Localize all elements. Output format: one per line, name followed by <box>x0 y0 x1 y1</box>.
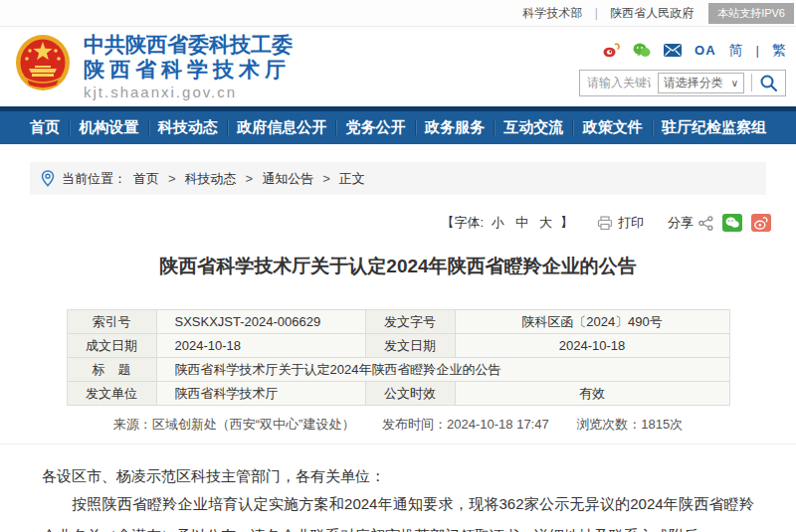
breadcrumb: 当前位置： 首页 > 科技动态 > 通知公告 > 正文 <box>30 162 766 195</box>
national-emblem-logo <box>14 33 72 100</box>
org-title-block: 中共陕西省委科技工委 陕西省科学技术厅 kjt.shaanxi.gov.cn <box>84 32 293 101</box>
quick-links-row: OA 简 | 繁 <box>603 42 786 60</box>
breadcrumb-separator: > <box>168 171 176 186</box>
article-views: 浏览次数：1815次 <box>576 417 683 432</box>
article-controls: 【字体: 小 中 大 】 打印 分享 <box>0 195 796 232</box>
document-meta-table: 索引号 SXSKXJST-2024-006629 发文字号 陕科区函〔2024〕… <box>67 309 730 406</box>
breadcrumb-separator: > <box>322 171 330 186</box>
meta-label-issue-date: 发文日期 <box>365 334 455 358</box>
meta-value-doc-number: 陕科区函〔2024〕490号 <box>455 310 729 334</box>
share-wechat-button[interactable] <box>722 214 742 232</box>
table-row: 发文单位 陕西省科学技术厅 公文时效 有效 <box>67 382 729 406</box>
font-size-small[interactable]: 小 <box>492 214 504 232</box>
article-salutation: 各设区市、杨凌示范区科技主管部门，各有关单位： <box>42 467 754 486</box>
font-size-close: 】 <box>560 214 573 232</box>
nav-item-scitech-news[interactable]: 科技动态 <box>158 118 218 137</box>
link-provincial-gov[interactable]: 陕西省人民政府 <box>610 5 694 22</box>
article-pub-time: 发布时间：2024-10-18 17:47 <box>382 417 549 432</box>
breadcrumb-current: 正文 <box>339 170 365 188</box>
chevron-down-icon: ∨ <box>731 78 738 89</box>
nav-item-org[interactable]: 机构设置 <box>79 118 138 137</box>
nav-item-home[interactable]: 首页 <box>30 118 60 137</box>
nav-separator <box>415 120 416 135</box>
share-button[interactable]: 分享 <box>668 214 694 232</box>
meta-label-doc-number: 发文字号 <box>365 310 455 334</box>
lang-divider: | <box>756 43 759 58</box>
nav-separator <box>227 120 228 135</box>
category-select[interactable]: 请选择分类 ∨ <box>658 73 744 93</box>
share-weibo-button[interactable] <box>751 214 771 232</box>
nav-bar: 首页 机构设置 科技动态 政府信息公开 党务公开 政务服务 互动交流 政策文件 … <box>0 111 796 144</box>
header-right: OA 简 | 繁 请选择分类 ∨ <box>579 38 786 96</box>
article-meta-line: 来源：区域创新处（西安“双中心”建设处） 发布时间：2024-10-18 17:… <box>0 416 796 444</box>
meta-label-issuer: 发文单位 <box>67 382 156 406</box>
nav-item-gov-info[interactable]: 政府信息公开 <box>237 118 326 137</box>
search-icon[interactable] <box>759 74 778 92</box>
print-icon[interactable] <box>597 216 613 231</box>
main-nav: 首页 机构设置 科技动态 政府信息公开 党务公开 政务服务 互动交流 政策文件 … <box>0 106 796 144</box>
nav-separator <box>69 120 70 135</box>
category-selected-value: 请选择分类 <box>664 75 723 91</box>
nav-item-party-affairs[interactable]: 党务公开 <box>346 118 406 137</box>
nav-item-gov-services[interactable]: 政务服务 <box>425 118 485 137</box>
meta-label-written-date: 成文日期 <box>67 334 156 358</box>
location-pin-icon <box>41 170 55 187</box>
font-size-open: 【字体: <box>441 214 484 232</box>
meta-value-written-date: 2024-10-18 <box>156 334 365 358</box>
meta-value-title: 陕西省科学技术厅关于认定2024年陕西省瞪羚企业的公告 <box>156 358 729 382</box>
breadcrumb-label: 当前位置： <box>62 170 126 188</box>
search-input[interactable] <box>580 76 658 89</box>
breadcrumb-separator: > <box>246 171 254 186</box>
table-row: 成文日期 2024-10-18 发文日期 2024-10-18 <box>67 334 729 358</box>
article-source: 来源：区域创新处（西安“双中心”建设处） <box>113 417 355 432</box>
link-most[interactable]: 科学技术部 <box>522 5 582 22</box>
nav-separator <box>148 120 149 135</box>
font-size-medium[interactable]: 中 <box>515 214 528 232</box>
topbar-divider: ｜ <box>590 5 602 22</box>
nav-separator <box>572 120 573 135</box>
search-divider <box>751 74 752 91</box>
meta-value-issue-date: 2024-10-18 <box>455 334 729 358</box>
font-size-large[interactable]: 大 <box>539 214 552 232</box>
print-button[interactable]: 打印 <box>618 214 644 232</box>
meta-value-index: SXSKXJST-2024-006629 <box>156 310 365 334</box>
meta-label-validity: 公文时效 <box>365 382 455 406</box>
meta-value-issuer: 陕西省科学技术厅 <box>156 382 365 406</box>
meta-label-index: 索引号 <box>67 310 156 334</box>
article-title: 陕西省科学技术厅关于认定2024年陕西省瞪羚企业的公告 <box>0 254 796 279</box>
nav-item-policy-docs[interactable]: 政策文件 <box>583 118 643 137</box>
nav-separator <box>494 120 495 135</box>
meta-label-title: 标 题 <box>67 358 156 382</box>
org-name-line1: 中共陕西省委科技工委 <box>84 32 293 57</box>
article-paragraph: 按照陕西省瞪羚企业培育认定实施方案和2024年通知要求，现将362家公示无异议的… <box>42 488 754 532</box>
org-name-line2: 陕西省科学技术厅 <box>84 57 293 82</box>
search-bar: 请选择分类 ∨ <box>579 70 786 96</box>
oa-link[interactable]: OA <box>695 43 716 58</box>
breadcrumb-notices[interactable]: 通知公告 <box>262 170 313 188</box>
nav-item-interaction[interactable]: 互动交流 <box>503 118 563 137</box>
table-row: 索引号 SXSKXJST-2024-006629 发文字号 陕科区函〔2024〕… <box>67 310 729 334</box>
table-row: 标 题 陕西省科学技术厅关于认定2024年陕西省瞪羚企业的公告 <box>67 358 729 382</box>
ipv6-badge: 本站支持IPV6 <box>708 3 794 24</box>
mail-icon[interactable] <box>664 44 682 57</box>
lang-traditional[interactable]: 繁 <box>772 42 786 60</box>
top-utility-bar: 科学技术部 ｜ 陕西省人民政府 本站支持IPV6 <box>0 0 796 27</box>
share-nodes-icon[interactable] <box>698 216 713 231</box>
lang-simplified[interactable]: 简 <box>729 42 743 60</box>
site-header: 中共陕西省委科技工委 陕西省科学技术厅 kjt.shaanxi.gov.cn <box>0 27 796 106</box>
site-url: kjt.shaanxi.gov.cn <box>84 84 293 101</box>
nav-item-discipline-inspection[interactable]: 驻厅纪检监察组 <box>662 118 766 137</box>
nav-separator <box>652 120 653 135</box>
nav-separator <box>335 120 336 135</box>
wechat-icon[interactable] <box>633 43 651 58</box>
breadcrumb-scitech-news[interactable]: 科技动态 <box>185 170 237 188</box>
article-body: 各设区市、杨凌示范区科技主管部门，各有关单位： 按照陕西省瞪羚企业培育认定实施方… <box>0 444 796 532</box>
breadcrumb-home[interactable]: 首页 <box>133 170 159 188</box>
weibo-icon[interactable] <box>603 43 620 58</box>
meta-value-validity: 有效 <box>455 382 729 406</box>
